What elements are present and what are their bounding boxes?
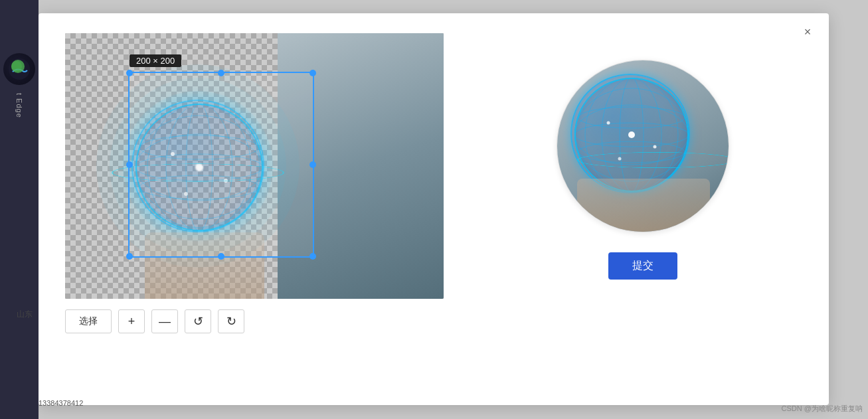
preview-panel: 提交 xyxy=(483,33,802,286)
preview-globe-sphere xyxy=(570,74,690,193)
sidebar-edge-label: t Edge xyxy=(15,93,23,118)
preview-globe-svg xyxy=(572,75,691,195)
sidebar: t Edge xyxy=(0,0,39,419)
handle-middle-left[interactable] xyxy=(126,161,133,168)
zoom-in-button[interactable]: + xyxy=(118,309,145,333)
bg-phone-text: 13384378412 xyxy=(39,399,83,407)
svg-point-27 xyxy=(628,131,635,138)
crop-selection-box[interactable]: 200 × 200 xyxy=(128,72,314,258)
handle-bottom-right[interactable] xyxy=(309,253,316,260)
handle-top-left[interactable] xyxy=(126,70,133,76)
zoom-out-button[interactable]: — xyxy=(151,309,178,333)
rotate-left-icon: ↺ xyxy=(193,314,203,329)
bg-shandong-text: 山东 xyxy=(17,309,33,320)
svg-point-29 xyxy=(653,145,657,149)
select-button[interactable]: 选择 xyxy=(65,309,112,333)
handle-middle-right[interactable] xyxy=(309,161,316,168)
handle-top-middle[interactable] xyxy=(218,70,224,76)
cropper-canvas[interactable]: 200 × 200 xyxy=(65,33,444,299)
preview-hand xyxy=(577,179,710,232)
minus-icon: — xyxy=(159,315,171,329)
modal-close-button[interactable]: × xyxy=(798,23,817,41)
close-icon: × xyxy=(804,25,812,39)
sidebar-logo xyxy=(3,53,35,85)
rotate-right-icon: ↻ xyxy=(226,314,236,329)
preview-circle xyxy=(557,60,729,232)
preview-orbit-ring xyxy=(577,152,729,168)
svg-point-0 xyxy=(9,58,30,80)
svg-point-28 xyxy=(607,122,610,125)
svg-point-1 xyxy=(11,61,22,72)
modal-dialog: × xyxy=(39,13,829,405)
plus-icon: + xyxy=(128,315,135,329)
rotate-right-button[interactable]: ↻ xyxy=(218,309,244,333)
handle-bottom-middle[interactable] xyxy=(218,253,224,260)
watermark-text: CSDN @为啥昵称重复呐 xyxy=(782,404,863,414)
handle-bottom-left[interactable] xyxy=(126,253,133,260)
handle-top-right[interactable] xyxy=(309,70,316,76)
preview-image-content xyxy=(557,60,729,232)
rotate-left-button[interactable]: ↺ xyxy=(185,309,211,333)
dimension-label: 200 × 200 xyxy=(130,54,181,67)
cropper-toolbar: 选择 + — ↺ ↻ xyxy=(65,309,244,333)
modal-body: 200 × 200 选择 + xyxy=(39,13,829,405)
submit-button[interactable]: 提交 xyxy=(608,252,677,280)
cropper-panel: 200 × 200 选择 + xyxy=(65,33,444,333)
